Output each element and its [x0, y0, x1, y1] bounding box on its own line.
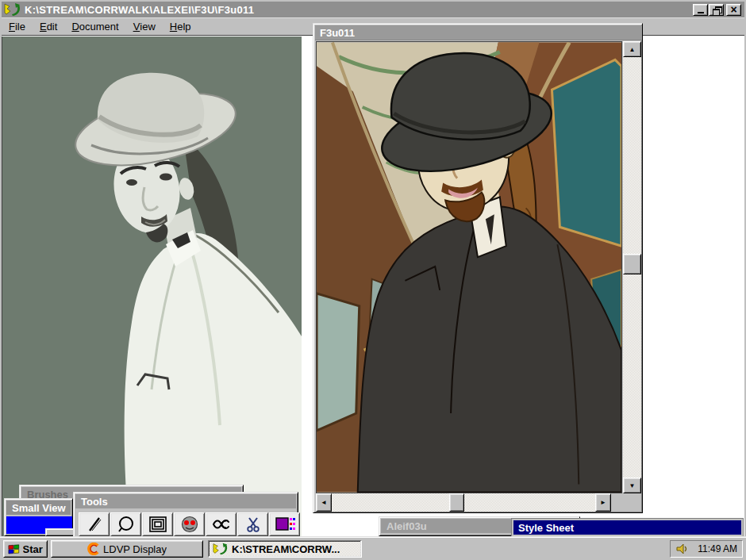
- task-label: LDVP Display: [103, 543, 167, 555]
- document-canvas[interactable]: [316, 41, 622, 493]
- minimize-icon: [698, 12, 704, 13]
- close-icon: ×: [730, 6, 736, 13]
- scroll-down-button[interactable]: ▼: [623, 478, 641, 493]
- tool-palette-button[interactable]: [269, 512, 300, 536]
- task-stream-corrwalk[interactable]: K:\STREAM\CORRW...: [208, 540, 362, 558]
- horizontal-scrollbar: ◄ ►: [316, 493, 611, 512]
- document-title: F3u011: [320, 27, 355, 39]
- tool-smiley-button[interactable]: [174, 512, 205, 536]
- document-titlebar[interactable]: F3u011: [315, 25, 642, 40]
- horizontal-scroll-thumb[interactable]: [449, 493, 464, 512]
- tool-pen-button[interactable]: [79, 512, 110, 536]
- document-window: F3u011: [313, 23, 643, 513]
- app-icon: [213, 543, 229, 555]
- restore-button[interactable]: [709, 4, 724, 16]
- pen-icon: [84, 516, 105, 533]
- tools-titlebar[interactable]: Tools: [75, 494, 296, 508]
- smiley-icon: [179, 516, 200, 533]
- scissors-icon: [243, 516, 263, 533]
- main-titlebar[interactable]: K:\STREAM\CORRWALK\ALEXEI\F3U\F3u011 ×: [2, 2, 744, 17]
- lasso-icon: [116, 516, 137, 533]
- menu-edit[interactable]: Edit: [33, 17, 64, 35]
- tool-lasso-button[interactable]: [110, 512, 141, 536]
- app-icon: [4, 3, 21, 16]
- small-view-titlebar[interactable]: Small View: [6, 501, 71, 515]
- menu-file[interactable]: File: [2, 17, 33, 35]
- ldvp-icon: [87, 543, 100, 555]
- menu-document[interactable]: Document: [64, 17, 125, 35]
- color-palette-icon: [275, 516, 295, 533]
- close-button[interactable]: ×: [726, 4, 741, 16]
- system-tray: 11:49 AM: [670, 540, 743, 558]
- scroll-up-button[interactable]: ▲: [623, 41, 641, 57]
- concentric-squares-icon: [148, 516, 168, 533]
- style-sheet-window: Style Sheet: [512, 519, 743, 536]
- vertical-scroll-thumb[interactable]: [623, 254, 641, 274]
- menu-help[interactable]: Help: [163, 17, 198, 35]
- scrollbar-corner: [611, 493, 641, 512]
- start-button[interactable]: Start: [3, 540, 48, 558]
- scroll-right-button[interactable]: ►: [595, 493, 611, 512]
- speaker-icon[interactable]: [675, 543, 688, 555]
- window-title: K:\STREAM\CORRWALK\ALEXEI\F3U\F3u011: [25, 4, 693, 16]
- restore-icon: [713, 6, 721, 13]
- tools-row: [79, 512, 301, 536]
- scroll-left-button[interactable]: ◄: [316, 493, 332, 512]
- minimize-button[interactable]: [693, 4, 708, 16]
- taskbar: Start LDVP Display K:\STREAM\CORRW... 11…: [0, 536, 746, 560]
- task-label: K:\STREAM\CORRW...: [232, 543, 340, 555]
- tool-proportional-button[interactable]: [206, 512, 236, 536]
- clock[interactable]: 11:49 AM: [698, 543, 737, 554]
- windows-logo-icon: [8, 543, 20, 555]
- menu-view[interactable]: View: [126, 17, 163, 35]
- reference-photo: [2, 36, 301, 536]
- proportional-icon: [211, 516, 232, 533]
- task-ldvp-display[interactable]: LDVP Display: [51, 540, 203, 558]
- tool-marquee-button[interactable]: [142, 512, 173, 536]
- start-label: Start: [23, 543, 43, 555]
- style-sheet-titlebar[interactable]: Style Sheet: [513, 520, 741, 535]
- tool-scissors-button[interactable]: [237, 512, 268, 536]
- vertical-scrollbar: ▲ ▼: [623, 41, 641, 493]
- application-window: K:\STREAM\CORRWALK\ALEXEI\F3U\F3u011 × F…: [0, 0, 746, 560]
- tools-palette: Tools: [73, 492, 298, 538]
